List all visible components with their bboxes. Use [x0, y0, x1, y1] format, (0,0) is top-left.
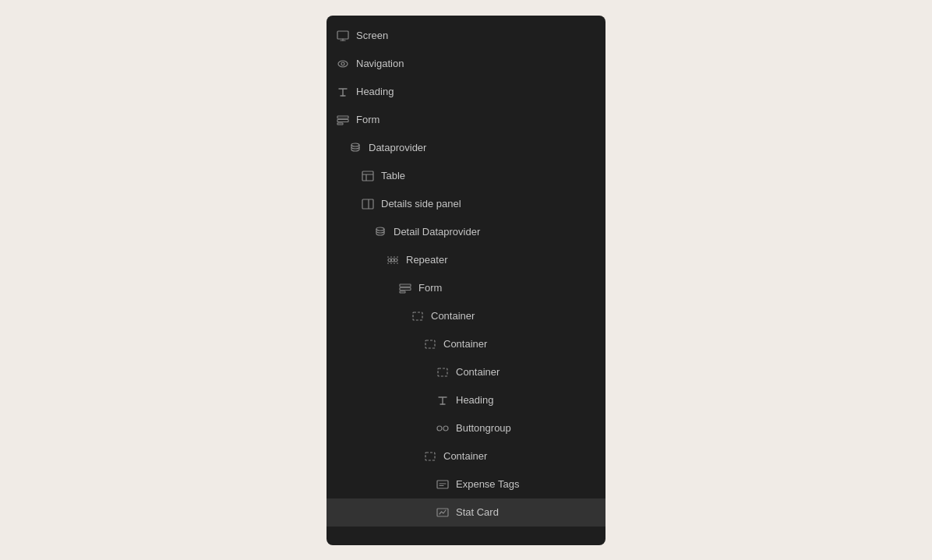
- tree-item-label-repeater: Repeater: [406, 254, 447, 266]
- tree-item-detail-dataprovider[interactable]: Detail Dataprovider: [327, 218, 605, 246]
- tree-item-container3[interactable]: Container: [327, 358, 605, 386]
- tree-item-repeater[interactable]: Repeater: [327, 246, 605, 274]
- tree-item-heading2[interactable]: Heading: [327, 386, 605, 414]
- container-icon: [436, 365, 450, 379]
- screen-icon: [336, 29, 350, 43]
- tree-item-label-buttongroup: Buttongroup: [456, 422, 511, 434]
- text-icon: [436, 393, 450, 407]
- form-icon: [398, 281, 412, 295]
- table-icon: [361, 169, 375, 183]
- panel-icon: [361, 197, 375, 211]
- tree-item-expense-tags[interactable]: Expense Tags: [327, 470, 605, 498]
- tree-item-navigation[interactable]: Navigation: [327, 50, 605, 78]
- tree-item-label-detail-dataprovider: Detail Dataprovider: [394, 226, 480, 238]
- tree-item-label-form2: Form: [418, 282, 442, 294]
- svg-rect-17: [425, 340, 435, 348]
- svg-rect-18: [438, 368, 447, 376]
- svg-point-10: [388, 259, 391, 262]
- eye-icon: [336, 57, 350, 71]
- svg-rect-4: [337, 119, 348, 122]
- tree-item-screen[interactable]: Screen: [327, 22, 605, 50]
- svg-rect-20: [443, 426, 448, 431]
- tree-item-stat-card[interactable]: Stat Card: [327, 498, 605, 527]
- svg-point-1: [338, 61, 348, 67]
- tree-item-label-dataprovider1: Dataprovider: [369, 142, 426, 153]
- tree-item-label-details-panel: Details side panel: [381, 198, 461, 210]
- svg-point-6: [351, 143, 359, 146]
- tree-item-container1[interactable]: Container: [327, 302, 605, 330]
- tree-item-heading1[interactable]: Heading: [327, 78, 605, 106]
- component-tree: Screen Navigation Heading Form Dataprovi…: [327, 16, 605, 545]
- container-icon: [411, 309, 425, 323]
- svg-rect-15: [400, 291, 405, 293]
- tree-item-label-container1: Container: [431, 310, 475, 322]
- svg-rect-13: [400, 284, 411, 287]
- svg-rect-8: [362, 199, 373, 209]
- repeater-icon: [386, 253, 400, 267]
- svg-rect-16: [413, 312, 422, 320]
- tree-item-table[interactable]: Table: [327, 162, 605, 190]
- container-icon: [423, 449, 437, 463]
- container-icon: [423, 337, 437, 351]
- svg-point-9: [376, 227, 384, 231]
- tree-item-label-stat-card: Stat Card: [456, 506, 499, 518]
- svg-rect-21: [425, 453, 435, 460]
- tree-item-label-heading1: Heading: [356, 86, 394, 97]
- buttongroup-icon: [436, 421, 450, 435]
- svg-point-12: [391, 259, 394, 262]
- tree-item-details-panel[interactable]: Details side panel: [327, 190, 605, 218]
- tree-item-dataprovider1[interactable]: Dataprovider: [327, 134, 605, 162]
- stat-icon: [436, 505, 450, 519]
- tree-item-label-container3: Container: [456, 366, 500, 378]
- tree-item-container4[interactable]: Container: [327, 442, 605, 470]
- svg-rect-5: [337, 123, 343, 125]
- tree-item-label-navigation: Navigation: [356, 58, 404, 69]
- svg-rect-14: [400, 287, 411, 290]
- tree-item-label-screen: Screen: [356, 30, 388, 41]
- list-icon: [436, 477, 450, 491]
- tree-item-buttongroup[interactable]: Buttongroup: [327, 414, 605, 442]
- svg-point-2: [341, 62, 344, 65]
- svg-rect-22: [437, 481, 448, 488]
- database-icon: [373, 225, 387, 239]
- tree-item-label-expense-tags: Expense Tags: [456, 478, 519, 490]
- svg-rect-0: [337, 31, 348, 39]
- tree-item-label-container4: Container: [443, 450, 487, 462]
- tree-item-container2[interactable]: Container: [327, 330, 605, 358]
- svg-point-11: [394, 259, 397, 262]
- tree-item-label-container2: Container: [443, 338, 487, 350]
- tree-item-label-heading2: Heading: [456, 394, 493, 406]
- svg-rect-3: [337, 116, 348, 118]
- form-icon: [336, 113, 350, 127]
- tree-item-form1[interactable]: Form: [327, 106, 605, 134]
- text-icon: [336, 85, 350, 99]
- tree-item-label-table: Table: [381, 170, 405, 181]
- svg-rect-7: [362, 171, 373, 181]
- tree-item-form2[interactable]: Form: [327, 274, 605, 302]
- tree-panel: Screen Navigation Heading Form Dataprovi…: [327, 16, 605, 545]
- svg-rect-19: [437, 426, 442, 431]
- tree-item-label-form1: Form: [356, 114, 380, 125]
- database-icon: [348, 141, 362, 155]
